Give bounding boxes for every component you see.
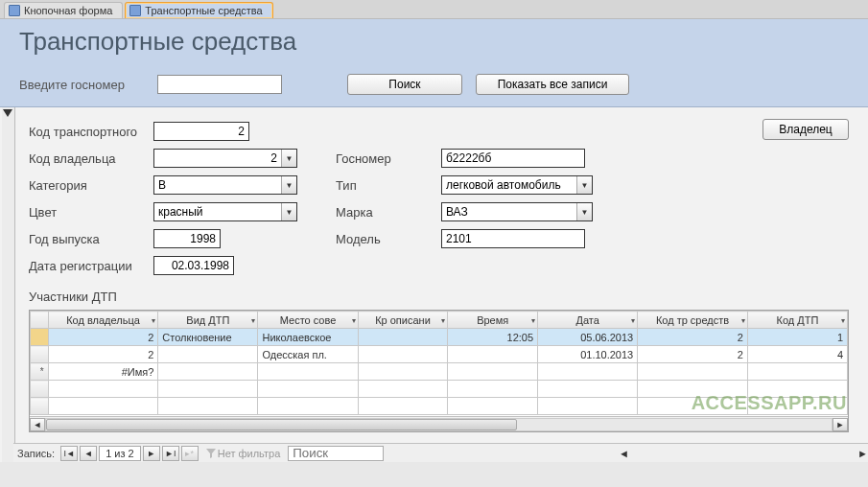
cell[interactable]: Столкновение: [158, 329, 258, 346]
prev-record-button[interactable]: ◄: [80, 446, 97, 461]
recnav-search-input[interactable]: [288, 446, 384, 461]
cell[interactable]: [358, 363, 448, 381]
chevron-down-icon: ▾: [251, 315, 255, 324]
owner-button[interactable]: Владелец: [762, 119, 849, 140]
cell[interactable]: [158, 381, 258, 398]
tab-transport[interactable]: Транспортные средства: [125, 2, 272, 18]
cell[interactable]: [48, 398, 158, 415]
chevron-down-icon: ▾: [152, 315, 155, 324]
cell[interactable]: 05.06.2013: [538, 329, 638, 346]
select-all-corner[interactable]: [31, 312, 49, 329]
cell[interactable]: [538, 381, 638, 398]
cell[interactable]: 2: [48, 329, 158, 346]
cell[interactable]: [258, 398, 358, 415]
cell[interactable]: [747, 363, 847, 381]
col-header[interactable]: Дата▾: [538, 312, 638, 329]
model-input[interactable]: [441, 229, 585, 248]
cell[interactable]: [538, 363, 638, 381]
scroll-right-button[interactable]: ►: [833, 418, 848, 431]
filter-status[interactable]: Нет фильтра: [206, 448, 281, 459]
cell[interactable]: 4: [747, 346, 847, 363]
chevron-down-icon[interactable]: ▼: [281, 203, 296, 220]
cell[interactable]: [448, 398, 538, 415]
cell[interactable]: [258, 381, 358, 398]
last-record-button[interactable]: ►I: [162, 446, 179, 461]
table-row[interactable]: 2Одесская пл.01.10.201324: [31, 346, 848, 363]
year-input[interactable]: [153, 229, 221, 248]
gosnum-input[interactable]: [441, 149, 585, 168]
cell[interactable]: [158, 346, 258, 363]
cell[interactable]: [158, 398, 258, 415]
record-selector-bar[interactable]: [2, 107, 15, 462]
category-combo[interactable]: ▼: [153, 175, 297, 195]
scroll-right-button[interactable]: ►: [857, 448, 868, 459]
type-combo[interactable]: ▼: [441, 175, 593, 195]
search-button[interactable]: Поиск: [347, 74, 462, 95]
table-row[interactable]: 2СтолкновениеНиколаевское12:0505.06.2013…: [31, 329, 848, 346]
cell[interactable]: #Имя?: [48, 363, 158, 381]
watermark: ACCESSAPP.RU: [692, 392, 847, 414]
cell[interactable]: [358, 346, 448, 363]
code-owner-combo[interactable]: ▼: [153, 149, 297, 168]
cell[interactable]: [358, 381, 448, 398]
datasheet-hscrollbar[interactable]: ◄ ►: [30, 416, 848, 431]
col-header[interactable]: Место сове▾: [258, 312, 358, 329]
col-header[interactable]: Кр описани▾: [358, 312, 448, 329]
cell[interactable]: [448, 346, 538, 363]
cell[interactable]: 2: [638, 346, 748, 363]
col-header[interactable]: Код ДТП▾: [747, 312, 847, 329]
new-record-button[interactable]: ▸*: [181, 446, 199, 461]
table-header-row: Код владельца▾ Вид ДТП▾ Место сове▾ Кр о…: [31, 312, 848, 329]
first-record-button[interactable]: I◄: [60, 446, 78, 461]
scroll-left-button[interactable]: ◄: [30, 418, 45, 431]
scrollbar-track[interactable]: [45, 418, 833, 431]
col-header[interactable]: Код владельца▾: [48, 312, 158, 329]
cell[interactable]: [538, 398, 638, 415]
cell[interactable]: Николаевское: [258, 329, 358, 346]
brand-combo[interactable]: ▼: [441, 202, 593, 221]
chevron-down-icon[interactable]: ▼: [576, 176, 592, 194]
brand-input[interactable]: [442, 203, 576, 220]
form-hscrollbar[interactable]: ◄ ►: [619, 448, 868, 459]
cell[interactable]: 1: [747, 329, 847, 346]
chevron-down-icon[interactable]: ▼: [281, 150, 296, 167]
cell[interactable]: [48, 381, 158, 398]
col-header[interactable]: Вид ДТП▾: [158, 312, 258, 329]
cell[interactable]: 01.10.2013: [538, 346, 638, 363]
code-transport-input[interactable]: [153, 122, 249, 141]
code-owner-input[interactable]: [154, 150, 281, 167]
row-selector[interactable]: [31, 381, 49, 398]
cell[interactable]: [358, 398, 448, 415]
table-row[interactable]: *#Имя?: [31, 363, 848, 381]
cell[interactable]: 2: [48, 346, 158, 363]
chevron-down-icon[interactable]: ▼: [576, 203, 592, 220]
gosnum-search-input[interactable]: [157, 75, 282, 94]
cell[interactable]: [158, 363, 258, 381]
col-header[interactable]: Код тр средств▾: [638, 312, 748, 329]
chevron-down-icon[interactable]: ▼: [281, 176, 296, 194]
cell[interactable]: [638, 363, 748, 381]
record-position[interactable]: 1 из 2: [99, 446, 141, 461]
row-selector[interactable]: [31, 398, 49, 415]
scroll-left-button[interactable]: ◄: [619, 448, 629, 459]
cell[interactable]: [258, 363, 358, 381]
type-input[interactable]: [442, 176, 576, 194]
cell[interactable]: [358, 329, 448, 346]
tab-button-form[interactable]: Кнопочная форма: [4, 2, 123, 18]
row-selector[interactable]: [31, 329, 49, 346]
cell[interactable]: 2: [638, 329, 748, 346]
regdate-input[interactable]: [153, 256, 234, 275]
category-input[interactable]: [154, 176, 281, 194]
color-combo[interactable]: ▼: [153, 202, 297, 221]
cell[interactable]: [448, 381, 538, 398]
next-record-button[interactable]: ►: [143, 446, 160, 461]
scrollbar-thumb[interactable]: [46, 419, 517, 430]
color-input[interactable]: [154, 203, 281, 220]
cell[interactable]: [448, 363, 538, 381]
row-selector[interactable]: [31, 346, 49, 363]
col-header[interactable]: Время▾: [448, 312, 538, 329]
cell[interactable]: Одесская пл.: [258, 346, 358, 363]
show-all-button[interactable]: Показать все записи: [476, 74, 629, 95]
cell[interactable]: 12:05: [448, 329, 538, 346]
row-selector[interactable]: *: [31, 363, 49, 381]
